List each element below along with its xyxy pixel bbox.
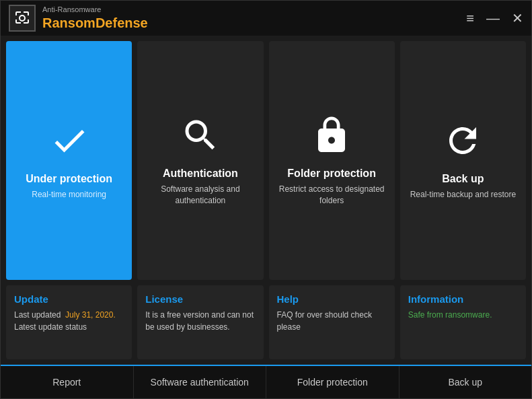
card-authentication[interactable]: Authentication Software analysis and aut… [137, 41, 263, 280]
card-protection-title: Under protection [26, 173, 112, 185]
help-body: FAQ for over should check please [277, 309, 387, 333]
card-backup[interactable]: Back up Real-time backup and restore [400, 41, 526, 280]
update-text: Last updated [14, 310, 65, 320]
card-authentication-title: Authentication [163, 168, 238, 180]
app-title: RansomDefense [42, 15, 466, 31]
top-cards-row: Under protection Real-time monitoring Au… [6, 41, 526, 280]
titlebar-text: Anti-Ransomware RansomDefense [42, 5, 466, 30]
help-title: Help [277, 293, 387, 305]
card-backup-title: Back up [442, 173, 484, 185]
checkmark-icon [49, 120, 89, 166]
info-card-information[interactable]: Information Safe from ransomware. [400, 285, 526, 359]
close-icon[interactable]: ✕ [512, 10, 523, 26]
main-content: Under protection Real-time monitoring Au… [1, 36, 531, 365]
card-folder-desc: Restrict access to designated folders [277, 184, 387, 207]
nav-report[interactable]: Report [1, 366, 134, 398]
info-card-update[interactable]: Update Last updated July 31, 2020. Lates… [6, 285, 132, 359]
information-title: Information [408, 293, 518, 305]
app-logo [9, 5, 36, 32]
update-body: Last updated July 31, 2020. Latest updat… [14, 309, 124, 333]
information-status: Safe from ransomware. [408, 310, 492, 320]
app-subtitle: Anti-Ransomware [42, 5, 466, 14]
update-status: Latest update status [14, 322, 87, 332]
menu-icon[interactable]: ≡ [466, 11, 474, 26]
card-protection[interactable]: Under protection Real-time monitoring [6, 41, 132, 280]
license-body: It is a free version and can not be used… [145, 309, 255, 333]
card-folder-title: Folder protection [287, 168, 376, 180]
info-card-help[interactable]: Help FAQ for over should check please [269, 285, 395, 359]
license-title: License [145, 293, 255, 305]
window-controls: ≡ — ✕ [466, 10, 523, 26]
main-window: Anti-Ransomware RansomDefense ≡ — ✕ Unde… [0, 0, 532, 399]
bottom-navbar: Report Software authentication Folder pr… [1, 365, 531, 398]
info-cards-row: Update Last updated July 31, 2020. Lates… [6, 285, 526, 359]
update-date: July 31, 2020. [65, 310, 116, 320]
lock-icon [311, 115, 352, 161]
minimize-icon[interactable]: — [486, 11, 500, 26]
card-authentication-desc: Software analysis and authentication [145, 184, 255, 207]
nav-software-auth[interactable]: Software authentication [134, 366, 267, 398]
nav-folder-protection[interactable]: Folder protection [266, 366, 400, 398]
titlebar: Anti-Ransomware RansomDefense ≡ — ✕ [1, 1, 531, 36]
search-icon [180, 115, 221, 161]
info-card-license[interactable]: License It is a free version and can not… [137, 285, 263, 359]
nav-backup[interactable]: Back up [400, 366, 532, 398]
update-title: Update [14, 293, 124, 305]
card-backup-desc: Real-time backup and restore [410, 189, 516, 201]
information-body: Safe from ransomware. [408, 309, 518, 321]
card-protection-desc: Real-time monitoring [32, 189, 106, 201]
refresh-icon [443, 120, 483, 166]
card-folder[interactable]: Folder protection Restrict access to des… [269, 41, 395, 280]
